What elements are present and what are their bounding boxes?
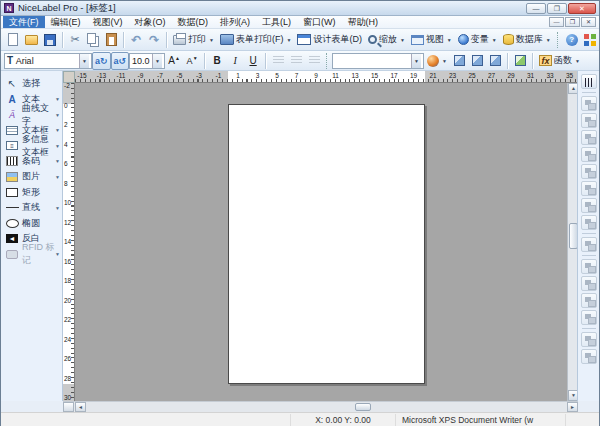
bold-button[interactable]: B [208, 52, 226, 70]
design-form-button[interactable]: 设计表单(D) [294, 31, 365, 49]
text-direction-vertical-button[interactable]: a↺ [111, 52, 130, 70]
align-center-horizontal-icon[interactable] [581, 113, 597, 128]
hruler-label: 3 [256, 72, 260, 79]
hruler-label: 5 [275, 72, 279, 79]
horizontal-scrollbar[interactable]: ◄ ► [63, 401, 578, 412]
label-page[interactable] [228, 104, 425, 384]
zoom-button[interactable]: 缩放▼ [365, 31, 408, 49]
align-bottom-icon[interactable] [581, 181, 597, 196]
italic-button[interactable]: I [226, 52, 244, 70]
help-button[interactable]: ? [563, 31, 581, 49]
save-button[interactable] [41, 31, 59, 49]
menu-item-8[interactable]: 帮助(H) [342, 16, 385, 28]
scroll-left-icon[interactable]: ◄ [75, 402, 86, 412]
rotate-icon[interactable] [581, 237, 597, 252]
minimize-button[interactable]: — [526, 3, 546, 14]
fill-color-button[interactable]: ▼ [424, 52, 450, 70]
mdi-minimize-button[interactable]: — [549, 17, 564, 27]
menu-item-4[interactable]: 数据(D) [172, 16, 215, 28]
menu-item-5[interactable]: 排列(A) [214, 16, 256, 28]
menu-item-0[interactable]: 文件(F) [3, 16, 45, 28]
font-size-combo[interactable]: 10.0 ▼ [129, 53, 165, 69]
menu-item-6[interactable]: 工具(L) [256, 16, 297, 28]
variable-cube-button-2[interactable] [468, 52, 486, 70]
horizontal-scroll-thumb[interactable] [355, 403, 371, 411]
variable-cube-button-3[interactable] [486, 52, 504, 70]
send-to-back-icon[interactable] [581, 310, 597, 325]
print-button[interactable]: 打印▼ [170, 31, 217, 49]
grid-icon[interactable] [581, 332, 597, 347]
database-button[interactable]: 数据库▼ [500, 31, 554, 49]
chevron-down-icon[interactable]: ▼ [79, 54, 89, 68]
hruler-label: -7 [157, 72, 163, 79]
ungroup-icon[interactable] [581, 276, 597, 291]
bring-to-front-icon[interactable] [581, 293, 597, 308]
open-button[interactable] [22, 31, 41, 49]
barcode-icon [6, 156, 18, 166]
align-middle-vertical-icon[interactable] [581, 164, 597, 179]
redo-button[interactable]: ↷ [145, 31, 163, 49]
variable-cube-button-1[interactable] [450, 52, 468, 70]
elements-icon[interactable] [581, 74, 597, 89]
design-canvas[interactable] [75, 83, 567, 401]
toolbox-panel: ↖选择A文本▼Ã曲线文字▼文本框▼≡多信息文本框▼条码▼图片▼矩形直线▼椭圆◄反… [1, 71, 63, 401]
hruler-label: 31 [527, 72, 534, 79]
applications-button[interactable] [581, 31, 599, 49]
copy-button[interactable] [84, 31, 102, 49]
paste-button[interactable] [102, 31, 120, 49]
form-print-button[interactable]: 表单打印(F)▼ [217, 31, 294, 49]
chevron-down-icon[interactable]: ▼ [411, 54, 421, 68]
cut-button[interactable]: ✂ [66, 31, 84, 49]
new-document-button[interactable] [4, 31, 22, 49]
toolbox-item-多信息文本框[interactable]: ≡多信息文本框▼ [1, 138, 62, 154]
menu-item-3[interactable]: 对象(O) [129, 16, 172, 28]
chevron-down-icon[interactable]: ▼ [55, 112, 60, 118]
undo-button[interactable]: ↶ [127, 31, 145, 49]
close-button[interactable]: ✕ [568, 3, 596, 14]
decrease-font-button[interactable]: A▼ [183, 52, 201, 70]
scroll-corner-button[interactable] [63, 402, 74, 412]
align-center-button[interactable] [287, 52, 305, 70]
chevron-down-icon[interactable]: ▼ [55, 205, 60, 211]
chevron-down-icon[interactable]: ▼ [55, 158, 60, 164]
toolbox-item-曲线文字[interactable]: Ã曲线文字▼ [1, 107, 62, 123]
menu-item-7[interactable]: 窗口(W) [297, 16, 342, 28]
view-button[interactable]: 视图▼ [408, 31, 455, 49]
variable-button[interactable]: 变量▼ [455, 31, 500, 49]
maximize-button[interactable]: ❐ [547, 3, 567, 14]
align-right-button[interactable] [305, 52, 323, 70]
hruler-label: 7 [295, 72, 299, 79]
chevron-down-icon[interactable]: ▼ [55, 174, 60, 180]
mdi-restore-button[interactable]: ❐ [565, 17, 580, 27]
toolbox-item-椭圆[interactable]: 椭圆 [1, 216, 62, 232]
align-left-icon[interactable] [581, 96, 597, 111]
function-button[interactable]: fx 函数▼ [536, 52, 583, 70]
toolbox-item-直线[interactable]: 直线▼ [1, 200, 62, 216]
font-family-combo[interactable]: T Arial ▼ [4, 53, 92, 69]
distribute-horizontal-icon[interactable] [581, 198, 597, 213]
menu-item-1[interactable]: 编辑(E) [45, 16, 87, 28]
chevron-down-icon[interactable]: ▼ [55, 127, 60, 133]
separator [582, 233, 596, 234]
toolbox-item-矩形[interactable]: 矩形 [1, 185, 62, 201]
chevron-down-icon[interactable]: ▼ [55, 96, 60, 102]
distribute-vertical-icon[interactable] [581, 215, 597, 230]
data-source-combo[interactable]: ▼ [332, 53, 424, 69]
underline-button[interactable]: U [244, 52, 262, 70]
align-top-icon[interactable] [581, 147, 597, 162]
chevron-down-icon[interactable]: ▼ [152, 54, 162, 68]
mdi-close-button[interactable]: ✕ [581, 17, 596, 27]
text-direction-horizontal-button[interactable]: a↻ [92, 52, 111, 70]
scroll-right-icon[interactable]: ► [567, 402, 578, 412]
data-cube-button[interactable] [511, 52, 529, 70]
align-left-button[interactable] [269, 52, 287, 70]
group-icon[interactable] [581, 259, 597, 274]
toolbox-item-选择[interactable]: ↖选择 [1, 76, 62, 92]
snap-to-grid-icon[interactable] [581, 349, 597, 364]
chevron-down-icon[interactable]: ▼ [55, 143, 60, 149]
increase-font-button[interactable]: A▲ [165, 52, 183, 70]
align-right-icon[interactable] [581, 130, 597, 145]
toolbox-item-图片[interactable]: 图片▼ [1, 169, 62, 185]
menu-item-2[interactable]: 视图(V) [87, 16, 129, 28]
cube-icon [472, 55, 483, 66]
